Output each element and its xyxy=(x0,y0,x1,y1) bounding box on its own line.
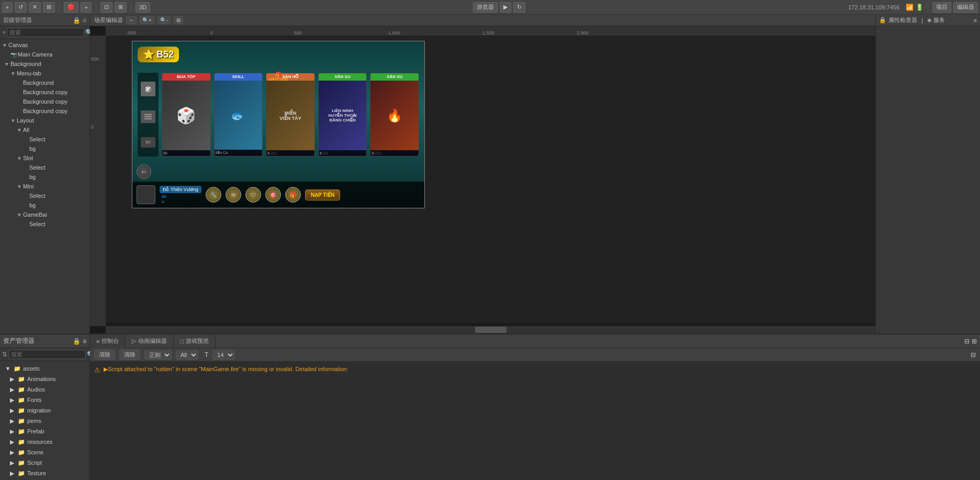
asset-item-assets[interactable]: ▼ 📁 assets xyxy=(0,363,89,374)
editor-btn[interactable]: 编辑器 xyxy=(953,2,978,13)
tool-btn-1[interactable]: 🔧 xyxy=(206,187,221,203)
animations-folder-icon: 📁 xyxy=(18,375,25,383)
project-btn[interactable]: 项目 xyxy=(932,2,951,13)
game-view-btn[interactable]: ⊞ xyxy=(115,2,127,13)
back-button[interactable]: ← xyxy=(137,164,151,179)
font-size-dropdown[interactable]: 14 xyxy=(212,350,235,360)
tree-item-bg-slot[interactable]: bg xyxy=(0,172,89,182)
asset-item-animations[interactable]: ▶ 📁 Animations xyxy=(0,374,89,384)
card5-img: 🔥 xyxy=(370,81,419,150)
inspector-menu-btn[interactable]: ≡ xyxy=(974,17,977,24)
regex-dropdown[interactable]: 正则 xyxy=(144,350,172,360)
ruler-top: -500 0 500 1,000 1,500 2,000 xyxy=(106,26,875,36)
tree-item-select-slot[interactable]: Select xyxy=(0,163,89,172)
hierarchy-add-btn[interactable]: + xyxy=(2,29,6,36)
clear-btn-2[interactable]: 清除 xyxy=(119,350,140,360)
asset-item-resources[interactable]: ▶ 📁 resources xyxy=(0,437,89,447)
tool-btn-3[interactable]: 🛡 xyxy=(245,187,261,203)
service-tab[interactable]: 服务 xyxy=(933,16,945,24)
asset-item-audios[interactable]: ▶ 📁 Audios xyxy=(0,384,89,395)
close-btn[interactable]: ✕ xyxy=(29,2,41,13)
asset-item-fonts[interactable]: ▶ 📁 Fonts xyxy=(0,395,89,405)
assets-arrow-icon: ▼ xyxy=(4,365,12,372)
add2-btn[interactable]: + xyxy=(81,2,91,13)
tree-item-all[interactable]: ▼ All xyxy=(0,125,89,135)
filter-dropdown[interactable]: All xyxy=(176,350,198,360)
script-label: Script xyxy=(27,460,42,466)
asset-item-prefab[interactable]: ▶ 📁 Prefab xyxy=(0,426,89,437)
ip-address: 172.18.31.109:7456 xyxy=(848,4,899,10)
sel1-label: Select xyxy=(29,136,46,142)
ruler-mark-1000: 1,000 xyxy=(388,30,400,36)
asset-manager-tree-panel: ⇅ 🔍 ▼ 📁 assets ▶ 📁 Animations ▶ xyxy=(0,348,90,480)
scene-canvas[interactable]: 使用鼠标右键平移视窗焦点。使用滚轮缩放视窗 -500 0 500 1,000 1… xyxy=(90,26,875,333)
browse-btn[interactable]: 游览器 xyxy=(473,2,498,13)
tool-btn-4[interactable]: 🎯 xyxy=(265,187,281,203)
bottom-tabs-header: 资产管理器 🔒 ≡ ≡ 控制台 ▷ 动画编辑器 □ 游戏预览 ⊟ ⊞ xyxy=(0,334,980,348)
left-widget: 🎲 $0 xyxy=(138,73,159,157)
console-restore-btn2[interactable]: ⊟ xyxy=(971,351,976,359)
play-btn[interactable]: ▶ xyxy=(500,2,511,13)
asset-menu-btn[interactable]: ≡ xyxy=(83,338,86,345)
inspector-lock-icon[interactable]: 🔒 xyxy=(879,17,886,24)
audios-label: Audios xyxy=(27,386,45,393)
move-tool[interactable]: ↔ xyxy=(126,16,137,24)
add-btn[interactable]: + xyxy=(2,2,13,13)
asset-item-scene[interactable]: ▶ 📁 Scene xyxy=(0,447,89,457)
3d-btn[interactable]: 3D xyxy=(136,2,150,13)
asset-lock-btn[interactable]: 🔒 xyxy=(73,338,81,345)
widget-line xyxy=(144,114,152,115)
tree-item-mini[interactable]: ▼ Mini xyxy=(0,182,89,191)
tree-item-select-mini[interactable]: Select xyxy=(0,191,89,200)
scrollbar-thumb[interactable] xyxy=(475,327,506,333)
asset-item-pems[interactable]: ▶ 📁 pems xyxy=(0,416,89,426)
asset-search-input[interactable] xyxy=(8,350,86,359)
tree-item-slot[interactable]: ▼ Slot xyxy=(0,153,89,163)
scene-viewport[interactable]: ⭐ B52 🎲 xyxy=(106,36,875,323)
tree-item-gamebai[interactable]: ▼ GameBai xyxy=(0,210,89,219)
tree-item-bg-copy1[interactable]: Background copy xyxy=(0,87,89,97)
tab-animation-editor[interactable]: ▷ 动画编辑器 xyxy=(126,334,174,348)
inspector-tab[interactable]: 属性检查器 xyxy=(888,16,917,24)
refresh-btn[interactable]: ↺ xyxy=(15,2,27,13)
hierarchy-menu-btn[interactable]: ≡ xyxy=(83,17,86,24)
nap-tien-button[interactable]: NẠP TIỀN xyxy=(305,189,341,200)
tool-btn-2[interactable]: ✉ xyxy=(226,187,241,203)
pems-label: pems xyxy=(27,418,41,424)
console-restore-btn[interactable]: ⊟ xyxy=(964,338,970,345)
tree-item-bg-mini[interactable]: bg xyxy=(0,200,89,210)
record-btn[interactable]: 🔴 xyxy=(64,2,78,13)
scene-scrollbar-bottom[interactable] xyxy=(106,326,875,333)
tree-item-bg-copy3[interactable]: Background copy xyxy=(0,106,89,116)
tree-item-menu-tab[interactable]: ▼ Menu-tab xyxy=(0,69,89,78)
tree-item-bg-all[interactable]: bg xyxy=(0,144,89,153)
tree-item-background[interactable]: ▼ Background xyxy=(0,59,89,69)
zoom-in-btn[interactable]: 🔍+ xyxy=(140,16,154,24)
asset-item-texture[interactable]: ▶ 📁 Texture xyxy=(0,468,89,478)
layout-btn[interactable]: ⊞ xyxy=(43,2,55,13)
tree-item-layout[interactable]: ▼ Layout xyxy=(0,116,89,125)
scene-view-btn[interactable]: ⊡ xyxy=(100,2,112,13)
tab-console[interactable]: ≡ 控制台 xyxy=(90,334,126,348)
fit-btn[interactable]: ⊞ xyxy=(174,16,183,24)
console-max-btn[interactable]: ⊞ xyxy=(972,338,977,345)
asset-item-migration[interactable]: ▶ 📁 migration xyxy=(0,405,89,416)
zoom-out-btn[interactable]: 🔍- xyxy=(157,16,171,24)
tree-item-main-camera[interactable]: 📷 Main Camera xyxy=(0,50,89,59)
tree-item-bg1[interactable]: Background xyxy=(0,78,89,87)
asset-item-script[interactable]: ▶ 📁 Script xyxy=(0,457,89,468)
tree-item-select1[interactable]: Select xyxy=(0,135,89,144)
logo-star-icon: ⭐ xyxy=(143,49,154,60)
stop-btn[interactable]: ↻ xyxy=(513,2,525,13)
game-bottom-bar: Đỗ Thiên Vương $0 lv 🔧 ✉ 🛡 🎯 🎁 NẠP TIỀN xyxy=(132,182,424,208)
tool-btn-5[interactable]: 🎁 xyxy=(285,187,301,203)
tree-item-select-gamebai[interactable]: Select xyxy=(0,219,89,229)
tab-game-preview[interactable]: □ 游戏预览 xyxy=(174,334,216,348)
hierarchy-search-input[interactable] xyxy=(7,28,84,37)
clear-btn-1[interactable]: 清除 xyxy=(94,350,115,360)
asset-sort-btn[interactable]: ⇅ xyxy=(2,351,7,358)
tree-item-canvas[interactable]: ▼ Canvas xyxy=(0,40,89,50)
inspector-panel: 🔒 属性检查器 | ◈ 服务 ≡ xyxy=(875,15,980,333)
tree-item-bg-copy2[interactable]: Background copy xyxy=(0,97,89,106)
hierarchy-lock-btn[interactable]: 🔒 xyxy=(73,17,81,24)
